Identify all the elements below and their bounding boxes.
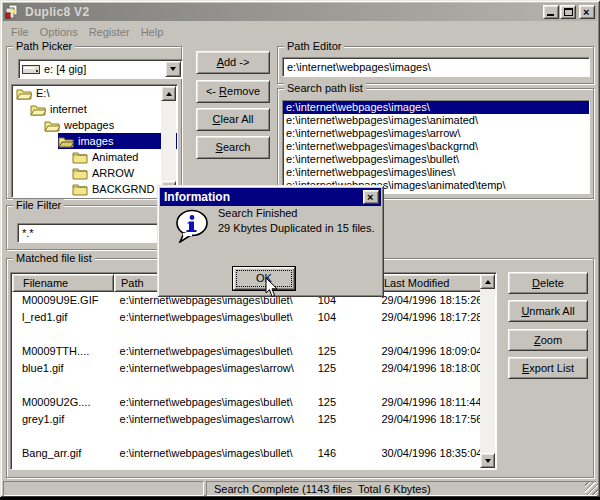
open-folder-icon — [58, 135, 74, 148]
dialog-message-line2: 29 Kbytes Duplicated in 15 files. — [218, 222, 375, 234]
add-button[interactable]: Add -> — [196, 51, 270, 74]
path-editor-label: Path Editor — [284, 40, 344, 52]
tree-item-internet[interactable]: internet — [12, 101, 177, 117]
table-row-blank — [12, 377, 480, 394]
tree-item-images-selected[interactable]: images — [12, 133, 177, 149]
file-filter-label: File Filter — [13, 199, 64, 211]
drive-select[interactable]: e: [4 gig] — [18, 59, 183, 79]
close-button[interactable]: × — [579, 5, 595, 19]
chevron-down-icon — [170, 67, 176, 71]
menu-help[interactable]: Help — [141, 26, 164, 38]
tree-item-arrow[interactable]: ARROW — [12, 165, 177, 181]
scroll-down-button[interactable] — [480, 453, 495, 468]
menu-register[interactable]: Register — [89, 26, 130, 38]
path-picker-group: Path Picker e: [4 gig] E:\ internet — [6, 46, 182, 199]
clear-all-button[interactable]: Clear All — [196, 108, 270, 131]
table-scrollbar[interactable] — [480, 274, 495, 468]
tree-item-label: images — [78, 135, 113, 147]
tree-item-label: ARROW — [92, 167, 134, 179]
tree-scrollbar[interactable] — [161, 86, 176, 196]
arrow-up-icon — [166, 92, 172, 96]
open-folder-icon — [30, 103, 46, 116]
resize-grip[interactable] — [585, 482, 598, 495]
open-folder-icon — [16, 87, 32, 100]
title-bar: Duplic8 V2 × — [3, 3, 597, 21]
matched-file-list-label: Matched file list — [13, 252, 95, 264]
drive-icon — [22, 64, 40, 75]
dialog-title-bar: Information × — [160, 188, 381, 206]
open-folder-icon — [44, 119, 60, 132]
tree-item-label: BACKGRND — [92, 183, 154, 195]
tree-item-drive-root[interactable]: E:\ — [12, 85, 177, 101]
focus-rectangle — [236, 270, 292, 287]
table-row[interactable]: M0009TTH....e:\internet\webpages\images\… — [12, 343, 480, 360]
dialog-message-line1: Search Finished — [218, 207, 298, 219]
app-icon — [5, 4, 21, 20]
search-button[interactable]: Search — [196, 136, 270, 159]
column-header-filename[interactable]: Filename — [12, 274, 114, 292]
tree-item-label: internet — [50, 103, 87, 115]
table-row[interactable]: M0009U2G....e:\internet\webpages\images\… — [12, 394, 480, 411]
ok-button[interactable]: OK — [233, 267, 295, 290]
app-window: Duplic8 V2 × File Options Register Help … — [0, 0, 600, 497]
tree-item-label: webpages — [64, 119, 114, 131]
unmark-all-button[interactable]: Unmark All — [508, 300, 588, 322]
menu-options[interactable]: Options — [40, 26, 78, 38]
table-row-blank — [12, 326, 480, 343]
arrow-up-icon — [485, 280, 491, 284]
search-path-list-label: Search path list — [284, 82, 366, 94]
table-row-blank — [12, 428, 480, 445]
remove-button[interactable]: <- Remove — [196, 80, 270, 103]
path-editor-input[interactable]: e:\internet\webpages\images\ — [282, 57, 590, 77]
table-row[interactable]: Bang_arr.gife:\internet\webpages\images\… — [12, 445, 480, 462]
delete-button[interactable]: Delete — [508, 272, 588, 294]
search-path-item[interactable]: e:\internet\webpages\images\backgrnd\ — [283, 140, 589, 153]
dialog-title: Information — [164, 190, 230, 204]
tree-item-animated[interactable]: Animated — [12, 149, 177, 165]
directory-tree[interactable]: E:\ internet webpages images — [11, 84, 178, 198]
close-icon: × — [583, 7, 589, 17]
minimize-button[interactable] — [543, 5, 559, 19]
zoom-button[interactable]: Zoom — [508, 329, 588, 351]
matched-file-table: Filename Path Size Last Modified M0009U9… — [10, 272, 497, 470]
status-panel-right: Search Complete (1143 files Total 6 Kbyt… — [206, 481, 597, 496]
search-path-item[interactable]: e:\internet\webpages\images\ — [283, 101, 589, 114]
menu-file[interactable]: File — [11, 26, 29, 38]
window-title: Duplic8 V2 — [25, 5, 89, 19]
search-path-item[interactable]: e:\internet\webpages\images\arrow\ — [283, 127, 589, 140]
tree-item-webpages[interactable]: webpages — [12, 117, 177, 133]
status-panel-left — [3, 481, 204, 496]
maximize-button[interactable] — [560, 5, 576, 19]
search-path-item[interactable]: e:\internet\webpages\images\bullet\ — [283, 153, 589, 166]
closed-folder-icon — [72, 151, 88, 164]
search-path-item[interactable]: e:\internet\webpages\images\animated\ — [283, 114, 589, 127]
minimize-icon — [547, 14, 554, 16]
tree-item-backgrnd[interactable]: BACKGRND — [12, 181, 177, 197]
scroll-up-button[interactable] — [480, 274, 495, 289]
table-body: M0009U9E.GIFe:\internet\webpages\images\… — [12, 292, 480, 468]
path-picker-label: Path Picker — [13, 40, 75, 52]
table-row[interactable]: l_red1.gife:\internet\webpages\images\bu… — [12, 309, 480, 326]
file-filter-group: File Filter *.* — [6, 205, 182, 250]
export-list-button[interactable]: Export List — [508, 357, 588, 379]
close-icon: × — [367, 192, 373, 202]
search-path-item[interactable]: e:\internet\webpages\images\lines\ — [283, 166, 589, 179]
drive-select-value: e: [4 gig] — [44, 63, 86, 75]
scroll-up-button[interactable] — [161, 86, 176, 101]
table-row[interactable]: blue1.gife:\internet\webpages\images\arr… — [12, 360, 480, 377]
arrow-down-icon — [485, 459, 491, 463]
dialog-close-button[interactable]: × — [363, 190, 379, 204]
drive-dropdown-button[interactable] — [165, 61, 181, 77]
info-icon — [174, 209, 210, 243]
tree-item-label: E:\ — [36, 87, 49, 99]
tree-item-label: Animated — [92, 151, 138, 163]
mouse-cursor-icon — [265, 277, 279, 298]
table-row[interactable]: grey1.gife:\internet\webpages\images\arr… — [12, 411, 480, 428]
maximize-icon — [564, 8, 573, 16]
closed-folder-icon — [72, 167, 88, 180]
search-path-list[interactable]: e:\internet\webpages\images\ e:\internet… — [282, 100, 590, 194]
closed-folder-icon — [72, 183, 88, 196]
menu-bar: File Options Register Help — [3, 23, 597, 40]
column-header-last-modified[interactable]: Last Modified — [378, 274, 482, 292]
